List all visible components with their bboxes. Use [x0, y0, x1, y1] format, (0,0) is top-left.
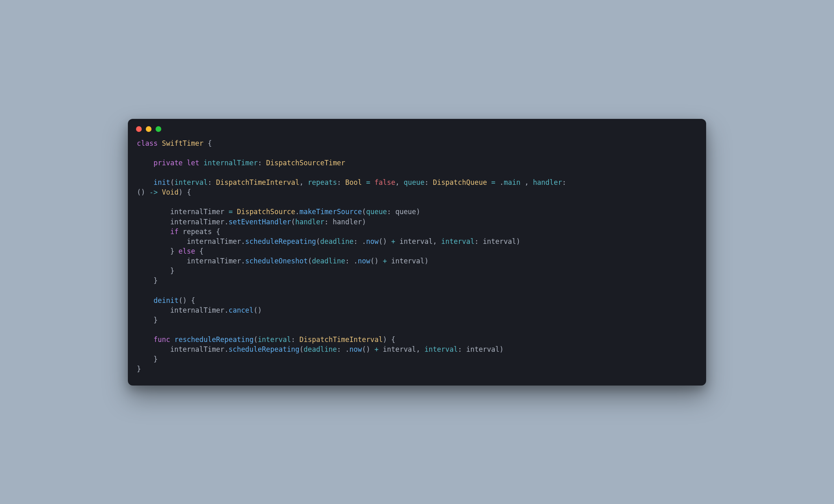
- code-token: (): [362, 345, 375, 353]
- code-token: =: [366, 178, 370, 186]
- code-token: func: [154, 335, 170, 344]
- code-token: now: [366, 237, 379, 245]
- code-token: : .: [353, 237, 366, 245]
- code-token: }: [137, 365, 141, 373]
- code-token: .: [495, 178, 503, 186]
- code-token: ) {: [178, 188, 191, 196]
- code-token: }: [137, 247, 178, 255]
- code-token: SwiftTimer: [162, 139, 203, 147]
- code-token: now: [358, 257, 371, 265]
- code-token: {: [204, 139, 212, 147]
- code-token: setEventHandler: [228, 218, 291, 226]
- code-token: internalTimer.: [137, 257, 245, 265]
- code-token: [137, 286, 154, 294]
- code-token: (: [316, 237, 320, 245]
- code-token: scheduleRepeating: [245, 237, 316, 245]
- code-window: class SwiftTimer { private let internalT…: [128, 119, 706, 386]
- code-token: (: [299, 345, 303, 353]
- code-token: Void: [162, 188, 178, 196]
- code-token: now: [349, 345, 362, 353]
- code-token: handler: [533, 178, 562, 186]
- code-token: =: [228, 208, 233, 216]
- code-token: ,: [520, 178, 533, 186]
- code-token: :: [337, 178, 345, 186]
- code-token: deinit: [154, 296, 178, 305]
- code-token: internalTimer.: [137, 237, 245, 245]
- code-token: : queue): [387, 208, 420, 216]
- code-token: cancel: [228, 306, 253, 314]
- code-token: scheduleRepeating: [228, 345, 299, 353]
- code-token: : interval): [474, 237, 520, 245]
- code-token: interval,: [379, 345, 425, 353]
- code-token: :: [208, 178, 216, 186]
- code-token: interval,: [395, 237, 441, 245]
- zoom-icon[interactable]: [156, 126, 161, 132]
- code-token: makeTimerSource: [299, 208, 362, 216]
- code-token: internalTimer: [204, 159, 258, 167]
- code-token: deadline: [303, 345, 337, 353]
- code-token: interval: [258, 335, 291, 344]
- code-token: }: [137, 267, 174, 275]
- code-token: (: [308, 257, 312, 265]
- code-token: ->: [149, 188, 158, 196]
- code-token: internalTimer.: [137, 345, 228, 353]
- code-token: [137, 169, 154, 177]
- minimize-icon[interactable]: [146, 126, 151, 132]
- code-token: +: [383, 257, 387, 265]
- code-token: DispatchSource: [237, 208, 295, 216]
- code-token: [137, 296, 154, 305]
- code-token: queue: [366, 208, 387, 216]
- code-token: (): [370, 257, 383, 265]
- code-token: : .: [337, 345, 349, 353]
- code-token: :: [258, 159, 266, 167]
- code-token: [487, 178, 491, 186]
- code-token: {: [195, 247, 203, 255]
- code-token: (: [362, 208, 366, 216]
- code-token: }: [137, 276, 158, 285]
- code-token: false: [375, 178, 395, 186]
- code-token: internalTimer.: [137, 218, 228, 226]
- code-token: main: [504, 178, 520, 186]
- code-token: handler: [295, 218, 325, 226]
- code-token: [137, 335, 154, 344]
- code-token: =: [491, 178, 495, 186]
- code-token: deadline: [320, 237, 353, 245]
- code-token: (: [170, 178, 174, 186]
- code-token: Bool: [345, 178, 362, 186]
- code-content[interactable]: class SwiftTimer { private let internalT…: [128, 136, 706, 386]
- code-token: let: [187, 159, 200, 167]
- code-token: interval): [387, 257, 428, 265]
- code-token: private: [154, 159, 183, 167]
- code-token: ) {: [383, 335, 395, 344]
- window-titlebar: [128, 119, 706, 136]
- code-token: DispatchQueue: [433, 178, 487, 186]
- code-token: (): [137, 188, 149, 196]
- code-token: [370, 178, 374, 186]
- code-token: (: [291, 218, 295, 226]
- code-token: DispatchTimeInterval: [299, 335, 383, 344]
- code-token: repeats: [308, 178, 337, 186]
- code-token: ,: [395, 178, 404, 186]
- code-token: [233, 208, 237, 216]
- code-token: [137, 198, 170, 206]
- code-token: (): [379, 237, 391, 245]
- code-token: : handler): [325, 218, 366, 226]
- code-token: rescheduleRepeating: [174, 335, 253, 344]
- code-token: interval: [174, 178, 208, 186]
- code-token: repeats {: [178, 228, 220, 236]
- code-token: [200, 159, 204, 167]
- code-token: [137, 228, 170, 236]
- code-token: ,: [299, 178, 307, 186]
- code-token: :: [291, 335, 299, 344]
- code-token: interval: [441, 237, 474, 245]
- code-token: [158, 139, 162, 147]
- close-icon[interactable]: [136, 126, 142, 132]
- code-token: }: [137, 316, 158, 324]
- code-token: [183, 159, 187, 167]
- code-token: () {: [178, 296, 195, 305]
- code-token: queue: [404, 178, 424, 186]
- code-token: init: [154, 178, 170, 186]
- code-token: (: [254, 335, 258, 344]
- code-token: deadline: [312, 257, 345, 265]
- code-token: [170, 335, 174, 344]
